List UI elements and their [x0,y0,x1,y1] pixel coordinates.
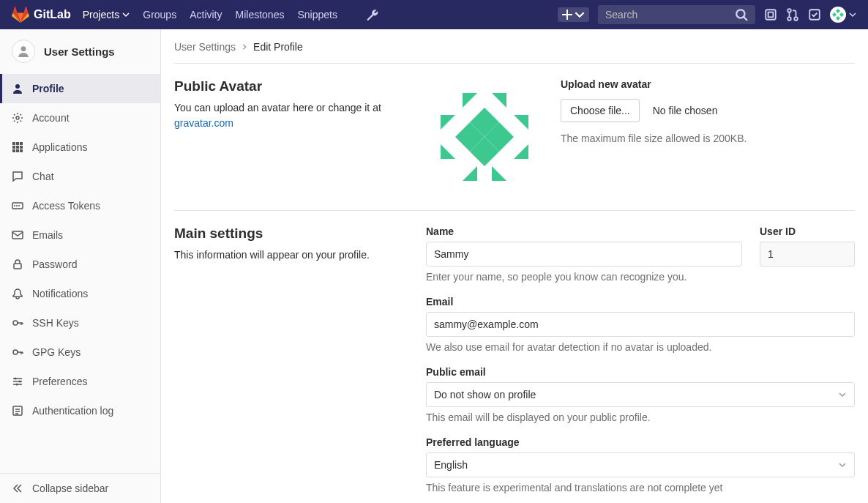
svg-marker-37 [492,93,506,108]
sidebar-item-label: Authentication log [32,405,113,417]
wrench-icon[interactable] [365,8,378,21]
gitlab-icon [12,6,29,23]
svg-rect-18 [16,146,19,149]
userid-label: User ID [760,226,855,237]
svg-marker-38 [441,115,455,130]
layout: User Settings Profile Account Applicatio… [0,29,868,503]
sidebar-avatar [12,40,35,63]
svg-rect-2 [768,12,774,18]
nav-link-milestones[interactable]: Milestones [236,9,285,21]
svg-marker-36 [463,93,477,108]
search-icon[interactable] [735,8,748,21]
svg-rect-15 [16,142,19,145]
sidebar-item-profile[interactable]: Profile [0,74,160,103]
sidebar-header: User Settings [0,29,160,74]
svg-marker-43 [492,166,506,181]
svg-point-27 [13,350,18,354]
sidebar-item-label: Account [32,112,70,124]
key-icon [12,346,23,358]
svg-rect-20 [12,149,15,152]
svg-marker-40 [441,144,455,159]
brand-logo[interactable]: GitLab [12,6,71,23]
svg-point-29 [19,381,21,383]
svg-rect-16 [20,142,23,145]
merge-request-icon[interactable] [786,8,799,21]
apps-icon [12,141,23,153]
svg-rect-19 [20,146,23,149]
sidebar-item-applications[interactable]: Applications [0,133,160,162]
search-input[interactable] [605,9,735,21]
sidebar-item-preferences[interactable]: Preferences [0,367,160,396]
nav-link-projects[interactable]: Projects [83,9,130,21]
section-title: Main settings [174,226,408,242]
svg-rect-17 [12,146,15,149]
collapse-sidebar[interactable]: Collapse sidebar [0,473,160,503]
sidebar-item-chat[interactable]: Chat [0,162,160,191]
mail-icon [12,229,23,241]
upload-title: Upload new avatar [561,78,855,90]
sidebar-items: Profile Account Applications Chat Access… [0,74,160,473]
sidebar-item-ssh-keys[interactable]: SSH Keys [0,308,160,338]
sidebar-item-label: Preferences [32,376,87,387]
sliders-icon [12,376,23,387]
sidebar-item-account[interactable]: Account [0,103,160,133]
new-button[interactable] [558,7,589,22]
sidebar-item-notifications[interactable]: Notifications [0,279,160,308]
chevron-down-icon [575,10,585,20]
userid-input [760,242,855,267]
nav-right [558,5,856,24]
svg-point-26 [13,321,18,325]
nav-link-snippets[interactable]: Snippets [297,9,337,21]
profile-icon [12,83,23,94]
svg-rect-24 [12,231,23,239]
collapse-label: Collapse sidebar [32,482,108,494]
section-desc: This information will appear on your pro… [174,247,408,263]
language-select[interactable]: English [426,452,855,477]
name-input[interactable] [426,242,742,267]
svg-point-11 [21,46,26,51]
public-email-select[interactable]: Do not show on profile [426,382,855,407]
email-input[interactable] [426,312,855,337]
svg-rect-14 [12,142,15,145]
svg-marker-41 [514,144,528,159]
user-menu[interactable] [830,7,856,23]
svg-point-3 [787,9,791,12]
sidebar-item-label: Access Tokens [32,200,100,212]
gravatar-link[interactable]: gravatar.com [174,117,233,129]
svg-point-13 [16,116,19,119]
token-icon [12,200,23,212]
todo-icon[interactable] [808,8,821,21]
issues-icon[interactable] [764,8,777,21]
sidebar: User Settings Profile Account Applicatio… [0,29,161,503]
breadcrumb-root[interactable]: User Settings [174,41,236,53]
avatar [830,7,846,23]
sidebar-item-auth-log[interactable]: Authentication log [0,396,160,425]
sidebar-item-access-tokens[interactable]: Access Tokens [0,191,160,220]
nav-link-activity[interactable]: Activity [190,9,222,21]
sidebar-item-label: Notifications [32,288,88,299]
sidebar-item-label: Chat [32,171,54,182]
chevron-down-icon [849,11,856,18]
sidebar-item-emails[interactable]: Emails [0,220,160,250]
file-size-hint: The maximum file size allowed is 200KB. [561,133,855,144]
sidebar-item-password[interactable]: Password [0,250,160,279]
file-status: No file chosen [653,105,718,116]
public-email-hint: This email will be displayed on your pub… [426,411,855,423]
bell-icon [12,288,23,299]
email-hint: We also use email for avatar detection i… [426,341,855,353]
svg-point-12 [15,84,20,89]
language-hint: This feature is experimental and transla… [426,482,855,493]
search-box [598,5,755,24]
svg-rect-21 [16,149,19,152]
chat-icon [12,171,23,182]
key-icon [12,317,23,329]
chevrons-left-icon [12,482,23,494]
svg-marker-10 [839,12,844,17]
svg-marker-9 [832,12,837,17]
choose-file-button[interactable]: Choose file... [561,99,640,122]
main-settings-section: Main settings This information will appe… [174,211,855,503]
sidebar-item-gpg-keys[interactable]: GPG Keys [0,338,160,367]
name-label: Name [426,226,742,237]
sidebar-item-label: Emails [32,229,63,241]
nav-link-groups[interactable]: Groups [143,9,176,21]
